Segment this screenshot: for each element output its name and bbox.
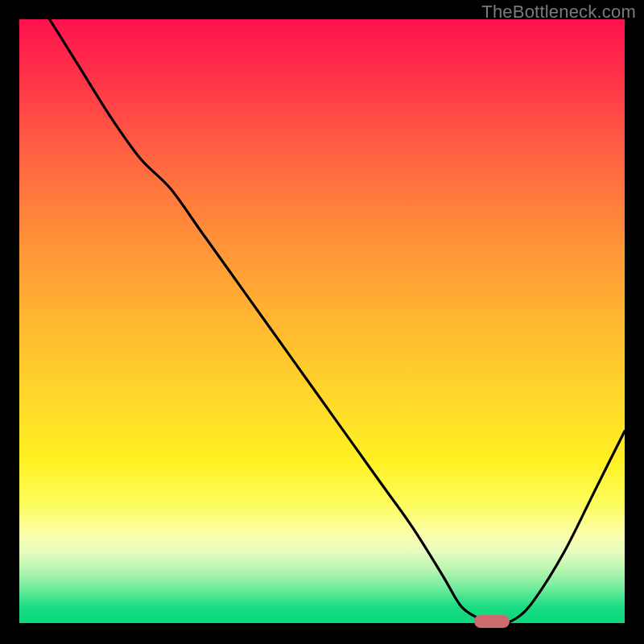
chart-frame: TheBottleneck.com bbox=[0, 0, 644, 644]
watermark-text: TheBottleneck.com bbox=[481, 2, 636, 23]
gradient-plot-area bbox=[19, 19, 625, 625]
